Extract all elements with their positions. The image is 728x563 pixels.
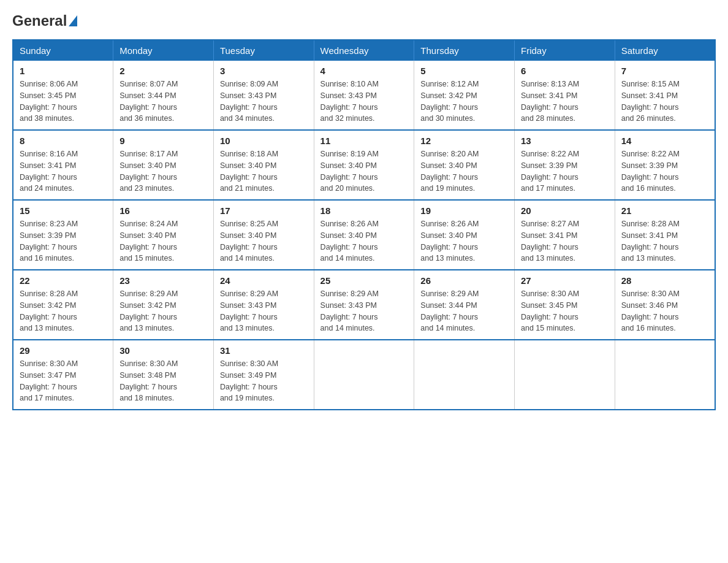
calendar-day-cell: 5Sunrise: 8:12 AMSunset: 3:42 PMDaylight… [414, 61, 515, 130]
day-number: 7 [621, 66, 708, 76]
calendar-day-header: Sunday [13, 40, 113, 61]
calendar-day-cell: 3Sunrise: 8:09 AMSunset: 3:43 PMDaylight… [213, 61, 314, 130]
calendar-day-cell: 26Sunrise: 8:29 AMSunset: 3:44 PMDayligh… [414, 270, 515, 340]
day-info: Sunrise: 8:29 AMSunset: 3:43 PMDaylight:… [220, 288, 308, 334]
day-number: 2 [119, 66, 207, 76]
day-info: Sunrise: 8:09 AMSunset: 3:43 PMDaylight:… [220, 79, 308, 124]
day-info: Sunrise: 8:27 AMSunset: 3:41 PMDaylight:… [521, 218, 609, 264]
day-info: Sunrise: 8:18 AMSunset: 3:40 PMDaylight:… [220, 148, 308, 194]
day-info: Sunrise: 8:30 AMSunset: 3:45 PMDaylight:… [521, 288, 609, 334]
calendar-day-cell: 30Sunrise: 8:30 AMSunset: 3:48 PMDayligh… [113, 340, 214, 410]
day-number: 31 [220, 345, 308, 356]
day-info: Sunrise: 8:10 AMSunset: 3:43 PMDaylight:… [320, 79, 408, 124]
day-number: 10 [220, 136, 308, 146]
calendar-day-cell: 27Sunrise: 8:30 AMSunset: 3:45 PMDayligh… [515, 270, 615, 340]
day-number: 8 [20, 136, 107, 146]
calendar-day-cell: 14Sunrise: 8:22 AMSunset: 3:39 PMDayligh… [615, 130, 715, 200]
day-number: 15 [20, 205, 107, 216]
calendar-day-cell [314, 340, 414, 410]
day-info: Sunrise: 8:30 AMSunset: 3:47 PMDaylight:… [20, 358, 107, 404]
day-number: 19 [420, 205, 508, 216]
day-number: 3 [220, 66, 308, 76]
calendar-day-cell: 2Sunrise: 8:07 AMSunset: 3:44 PMDaylight… [113, 61, 214, 130]
day-number: 14 [621, 136, 708, 146]
calendar-day-cell [615, 340, 715, 410]
day-info: Sunrise: 8:19 AMSunset: 3:40 PMDaylight:… [320, 148, 408, 194]
calendar-day-header: Thursday [414, 40, 515, 61]
day-number: 24 [220, 275, 308, 286]
calendar-day-cell: 10Sunrise: 8:18 AMSunset: 3:40 PMDayligh… [213, 130, 314, 200]
day-number: 5 [420, 66, 508, 76]
day-info: Sunrise: 8:30 AMSunset: 3:46 PMDaylight:… [621, 288, 708, 334]
day-info: Sunrise: 8:29 AMSunset: 3:44 PMDaylight:… [420, 288, 508, 334]
calendar-day-header: Saturday [615, 40, 715, 61]
day-number: 29 [20, 345, 107, 356]
calendar-day-header: Friday [515, 40, 615, 61]
day-number: 16 [119, 205, 207, 216]
day-number: 28 [621, 275, 708, 286]
day-number: 20 [521, 205, 609, 216]
day-info: Sunrise: 8:29 AMSunset: 3:43 PMDaylight:… [320, 288, 408, 334]
day-number: 17 [220, 205, 308, 216]
calendar-day-cell: 11Sunrise: 8:19 AMSunset: 3:40 PMDayligh… [314, 130, 414, 200]
logo-general-text: General [12, 12, 67, 29]
day-info: Sunrise: 8:15 AMSunset: 3:41 PMDaylight:… [621, 79, 708, 124]
day-info: Sunrise: 8:20 AMSunset: 3:40 PMDaylight:… [420, 148, 508, 194]
day-number: 18 [320, 205, 408, 216]
logo-triangle-icon [69, 15, 77, 26]
calendar-day-cell [515, 340, 615, 410]
day-info: Sunrise: 8:12 AMSunset: 3:42 PMDaylight:… [420, 79, 508, 124]
day-info: Sunrise: 8:30 AMSunset: 3:48 PMDaylight:… [119, 358, 207, 404]
calendar-day-cell: 12Sunrise: 8:20 AMSunset: 3:40 PMDayligh… [414, 130, 515, 200]
calendar-day-cell: 22Sunrise: 8:28 AMSunset: 3:42 PMDayligh… [13, 270, 113, 340]
calendar-week-row: 15Sunrise: 8:23 AMSunset: 3:39 PMDayligh… [13, 200, 715, 270]
calendar-day-cell: 23Sunrise: 8:29 AMSunset: 3:42 PMDayligh… [113, 270, 214, 340]
day-number: 25 [320, 275, 408, 286]
calendar-day-cell: 19Sunrise: 8:26 AMSunset: 3:40 PMDayligh… [414, 200, 515, 270]
calendar-header-row: SundayMondayTuesdayWednesdayThursdayFrid… [13, 40, 715, 61]
day-info: Sunrise: 8:17 AMSunset: 3:40 PMDaylight:… [119, 148, 207, 194]
page-header: General [12, 12, 716, 29]
day-number: 1 [20, 66, 107, 76]
day-info: Sunrise: 8:23 AMSunset: 3:39 PMDaylight:… [20, 218, 107, 264]
calendar-day-cell: 31Sunrise: 8:30 AMSunset: 3:49 PMDayligh… [213, 340, 314, 410]
day-number: 22 [20, 275, 107, 286]
calendar-day-cell: 6Sunrise: 8:13 AMSunset: 3:41 PMDaylight… [515, 61, 615, 130]
logo: General [12, 12, 77, 29]
day-info: Sunrise: 8:28 AMSunset: 3:42 PMDaylight:… [20, 288, 107, 334]
day-number: 26 [420, 275, 508, 286]
calendar-day-cell: 29Sunrise: 8:30 AMSunset: 3:47 PMDayligh… [13, 340, 113, 410]
day-info: Sunrise: 8:30 AMSunset: 3:49 PMDaylight:… [220, 358, 308, 404]
calendar-header: SundayMondayTuesdayWednesdayThursdayFrid… [13, 40, 715, 61]
day-info: Sunrise: 8:07 AMSunset: 3:44 PMDaylight:… [119, 79, 207, 124]
day-info: Sunrise: 8:16 AMSunset: 3:41 PMDaylight:… [20, 148, 107, 194]
calendar-day-header: Monday [113, 40, 214, 61]
calendar-day-cell: 17Sunrise: 8:25 AMSunset: 3:40 PMDayligh… [213, 200, 314, 270]
calendar-day-cell: 15Sunrise: 8:23 AMSunset: 3:39 PMDayligh… [13, 200, 113, 270]
day-info: Sunrise: 8:29 AMSunset: 3:42 PMDaylight:… [119, 288, 207, 334]
day-info: Sunrise: 8:28 AMSunset: 3:41 PMDaylight:… [621, 218, 708, 264]
day-info: Sunrise: 8:06 AMSunset: 3:45 PMDaylight:… [20, 79, 107, 124]
day-number: 6 [521, 66, 609, 76]
day-number: 21 [621, 205, 708, 216]
calendar-body: 1Sunrise: 8:06 AMSunset: 3:45 PMDaylight… [13, 61, 715, 410]
day-number: 13 [521, 136, 609, 146]
calendar-week-row: 8Sunrise: 8:16 AMSunset: 3:41 PMDaylight… [13, 130, 715, 200]
calendar-day-cell: 20Sunrise: 8:27 AMSunset: 3:41 PMDayligh… [515, 200, 615, 270]
calendar-day-cell: 8Sunrise: 8:16 AMSunset: 3:41 PMDaylight… [13, 130, 113, 200]
day-info: Sunrise: 8:26 AMSunset: 3:40 PMDaylight:… [320, 218, 408, 264]
calendar-day-cell: 21Sunrise: 8:28 AMSunset: 3:41 PMDayligh… [615, 200, 715, 270]
calendar-week-row: 22Sunrise: 8:28 AMSunset: 3:42 PMDayligh… [13, 270, 715, 340]
day-number: 11 [320, 136, 408, 146]
calendar-day-cell: 1Sunrise: 8:06 AMSunset: 3:45 PMDaylight… [13, 61, 113, 130]
calendar-day-cell: 16Sunrise: 8:24 AMSunset: 3:40 PMDayligh… [113, 200, 214, 270]
calendar-week-row: 29Sunrise: 8:30 AMSunset: 3:47 PMDayligh… [13, 340, 715, 410]
calendar-day-header: Tuesday [213, 40, 314, 61]
day-number: 27 [521, 275, 609, 286]
calendar-day-cell: 9Sunrise: 8:17 AMSunset: 3:40 PMDaylight… [113, 130, 214, 200]
calendar-day-cell: 18Sunrise: 8:26 AMSunset: 3:40 PMDayligh… [314, 200, 414, 270]
day-info: Sunrise: 8:24 AMSunset: 3:40 PMDaylight:… [119, 218, 207, 264]
day-number: 12 [420, 136, 508, 146]
calendar-day-cell: 13Sunrise: 8:22 AMSunset: 3:39 PMDayligh… [515, 130, 615, 200]
calendar-day-header: Wednesday [314, 40, 414, 61]
